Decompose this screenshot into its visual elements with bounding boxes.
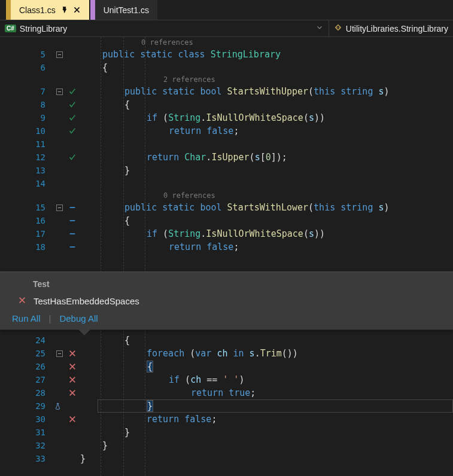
gutter-marker — [65, 153, 80, 161]
code-line[interactable]: 9if (String.IsNullOrWhiteSpace(s)) — [0, 111, 453, 124]
cs-badge-icon: C# — [5, 25, 16, 32]
code-line[interactable]: 14 — [0, 177, 453, 190]
code-line[interactable]: 33} — [0, 452, 453, 465]
gutter-marker — [65, 87, 80, 96]
line-number: 5 — [0, 50, 54, 59]
gutter-marker — [65, 389, 80, 397]
code-line[interactable]: 25foreach (var ch in s.Trim()) — [0, 347, 453, 360]
code-line[interactable]: 6{ — [0, 61, 453, 74]
line-number: 24 — [0, 335, 54, 345]
code-line[interactable]: 16{ — [0, 214, 453, 227]
close-icon[interactable] — [73, 6, 81, 14]
line-number: 15 — [0, 203, 54, 212]
class-icon — [334, 23, 342, 33]
code-line[interactable]: 32} — [0, 439, 453, 452]
gutter-marker — [65, 127, 80, 135]
code-line[interactable]: 15public static bool StartsWithLower(thi… — [0, 201, 453, 214]
gutter-marker — [65, 114, 80, 122]
code-content: } — [147, 400, 453, 412]
gutter-marker — [65, 243, 80, 251]
code-line[interactable]: 17if (String.IsNullOrWhiteSpace(s)) — [0, 227, 453, 240]
line-number: 29 — [0, 401, 54, 411]
separator: | — [49, 313, 51, 324]
breadcrumb-right[interactable]: UtilityLibraries.StringLibrary — [329, 20, 453, 36]
code-line[interactable]: 11 — [0, 138, 453, 151]
code-line[interactable]: 30return false; — [0, 413, 453, 426]
code-line[interactable]: 10return false; — [0, 124, 453, 138]
code-content: public static bool StartsWithLower(this … — [124, 202, 453, 213]
gutter-marker — [65, 376, 80, 384]
popup-actions: Run All | Debug All — [0, 312, 453, 324]
code-line[interactable]: 13} — [0, 164, 453, 177]
code-line[interactable]: 27if (ch == ' ') — [0, 373, 453, 386]
gutter-marker — [65, 216, 80, 225]
line-number: 33 — [0, 454, 54, 463]
line-number: 31 — [0, 428, 54, 437]
run-all-link[interactable]: Run All — [12, 313, 41, 324]
code-line[interactable]: 24{ — [0, 334, 453, 347]
code-line[interactable]: 12return Char.IsUpper(s[0]); — [0, 151, 453, 164]
breadcrumb-left-label: StringLibrary — [20, 24, 67, 33]
code-content: { — [102, 62, 453, 73]
line-number: 27 — [0, 375, 54, 385]
line-number: 30 — [0, 414, 54, 424]
code-content: return false; — [147, 414, 453, 425]
popup-pointer-icon — [78, 329, 91, 335]
code-content: } — [124, 427, 453, 438]
code-editor[interactable]: 0 references5public static class StringL… — [0, 37, 453, 476]
code-line[interactable]: 26{ — [0, 360, 453, 373]
code-content: { — [124, 215, 453, 226]
code-content: public static class StringLibrary — [102, 49, 453, 60]
test-flask-icon[interactable] — [54, 402, 62, 410]
line-number: 13 — [0, 166, 54, 175]
code-content: } — [102, 440, 453, 451]
code-content: { — [147, 361, 453, 373]
codelens-references[interactable]: 2 references — [0, 74, 453, 85]
line-number: 26 — [0, 362, 54, 371]
code-line[interactable]: 8{ — [0, 98, 453, 111]
line-number: 12 — [0, 152, 54, 162]
pin-icon[interactable] — [60, 6, 68, 14]
fold-gutter[interactable] — [54, 350, 65, 357]
chevron-down-icon[interactable] — [315, 23, 324, 33]
line-number: 10 — [0, 126, 54, 136]
debug-all-link[interactable]: Debug All — [59, 313, 98, 324]
fold-gutter[interactable] — [54, 51, 65, 58]
code-line[interactable]: 29} — [0, 399, 453, 413]
line-number: 16 — [0, 216, 54, 225]
fold-gutter[interactable] — [54, 205, 65, 211]
code-content: return true; — [191, 387, 453, 398]
code-content: return false; — [169, 242, 453, 252]
code-line[interactable]: 7public static bool StartsWithUpper(this… — [0, 85, 453, 98]
gutter-marker — [65, 415, 80, 423]
code-content: public static bool StartsWithUpper(this … — [124, 86, 453, 97]
code-line[interactable]: 5public static class StringLibrary — [0, 48, 453, 61]
code-content: if (String.IsNullOrWhiteSpace(s)) — [147, 112, 453, 123]
line-number: 11 — [0, 139, 54, 149]
code-line[interactable]: 28return true; — [0, 386, 453, 399]
code-content: return Char.IsUpper(s[0]); — [147, 152, 453, 163]
code-line[interactable]: 18return false; — [0, 240, 453, 254]
line-number: 7 — [0, 87, 54, 96]
line-number: 32 — [0, 441, 54, 450]
tab-label: Class1.cs — [19, 5, 56, 15]
fold-gutter[interactable] — [54, 89, 65, 95]
tab-class1[interactable]: Class1.cs — [6, 0, 90, 20]
line-number: 9 — [0, 113, 54, 123]
gutter-marker — [65, 100, 80, 109]
tab-unittest1[interactable]: UnitTest1.cs — [90, 0, 159, 20]
code-content: } — [80, 453, 453, 464]
codelens-references[interactable]: 0 references — [0, 37, 453, 48]
breadcrumb-bar: C# StringLibrary UtilityLibraries.String… — [0, 20, 453, 37]
breadcrumb-left[interactable]: C# StringLibrary — [0, 20, 329, 36]
gutter-marker — [65, 203, 80, 212]
code-content: } — [124, 165, 453, 176]
line-number: 6 — [0, 63, 54, 72]
tab-label: UnitTest1.cs — [104, 5, 149, 15]
line-number: 28 — [0, 388, 54, 398]
test-row[interactable]: TestHasEmbeddedSpaces — [0, 294, 453, 312]
code-line[interactable]: 31} — [0, 426, 453, 439]
gutter-marker — [65, 230, 80, 238]
codelens-references[interactable]: 0 references — [0, 190, 453, 201]
gutter-marker — [65, 349, 80, 358]
